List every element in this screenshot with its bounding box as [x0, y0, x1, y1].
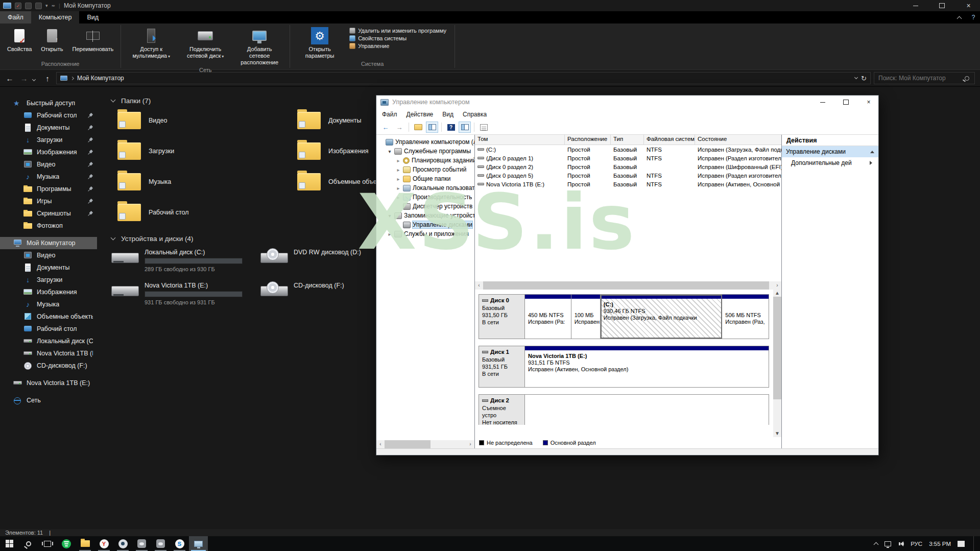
sidebar-item-drive-e[interactable]: Nova Victoria 1TB (E:) [0, 377, 97, 389]
quick-access-dropdown-icon[interactable]: ▾ [45, 3, 48, 8]
folder-tile-music[interactable]: Музыка [117, 172, 297, 192]
properties-button[interactable]: Свойства [3, 26, 36, 54]
volume-row[interactable]: Nova Victoria 1TB (E:) Простой Базовый N… [475, 180, 781, 188]
expand-arrow-icon[interactable]: ▸ [396, 185, 401, 191]
tab-view[interactable]: Вид [79, 11, 106, 23]
scroll-down-icon[interactable]: ▼ [773, 430, 781, 437]
rename-button[interactable]: Переименовать [68, 26, 118, 54]
folder-tile-desktop[interactable]: Рабочий стол [117, 202, 297, 223]
sidebar-item-programs[interactable]: Программы [0, 183, 97, 195]
show-desktop-button[interactable] [973, 536, 976, 551]
folder-tile-videos[interactable]: Видео [117, 110, 297, 131]
address-dropdown-icon[interactable] [854, 76, 858, 79]
action-center-icon[interactable] [958, 541, 965, 547]
drive-tile-e[interactable]: Nova Victoria 1TB (E:) 931 ГБ свободно и… [111, 281, 260, 305]
sidebar-item-videos[interactable]: Видео [0, 158, 97, 171]
task-view-button[interactable] [38, 536, 57, 551]
scrollbar-thumb[interactable] [385, 440, 431, 448]
sidebar-item-network[interactable]: Сеть [0, 394, 97, 406]
expand-arrow-icon[interactable]: ▸ [396, 158, 401, 163]
partition-e[interactable]: Nova Victoria 1TB (E:) 931,51 ГБ NTFS Ис… [525, 346, 769, 387]
expand-arrow-icon[interactable]: ▸ [396, 176, 401, 182]
scroll-left-icon[interactable]: ‹ [376, 440, 385, 448]
back-button[interactable]: ← [379, 122, 392, 133]
close-button[interactable]: × [859, 95, 878, 109]
sidebar-item-desktop[interactable]: Рабочий стол [0, 323, 97, 335]
taskbar-skype[interactable]: S [170, 536, 189, 551]
system-properties-button[interactable]: Свойства системы [349, 35, 446, 41]
up-folder-button[interactable] [412, 122, 424, 133]
start-button[interactable] [0, 536, 19, 551]
expand-arrow-icon[interactable]: ▸ [387, 231, 392, 237]
forward-button[interactable]: → [393, 122, 405, 133]
sidebar-item-quick-access[interactable]: Быстрый доступ [0, 97, 97, 109]
search-input[interactable] [874, 75, 965, 82]
maximize-button[interactable] [836, 95, 855, 109]
quick-access-icon[interactable] [25, 3, 32, 9]
taskbar-computer-management[interactable] [189, 536, 208, 551]
tree-item-shared-folders[interactable]: ▸Общие папки [376, 174, 474, 183]
taskbar-file-explorer[interactable] [76, 536, 94, 551]
menu-action[interactable]: Действие [402, 111, 438, 118]
menu-help[interactable]: Справка [458, 111, 491, 118]
sidebar-item-documents[interactable]: Документы [0, 261, 97, 274]
map-network-drive-button[interactable]: Подключить сетевой диск▾ [179, 26, 232, 61]
sidebar-item-pictures[interactable]: Изображения [0, 146, 97, 158]
help-icon[interactable]: ? [967, 11, 980, 23]
forward-button[interactable]: → [18, 74, 30, 83]
taskbar-yandex-browser[interactable]: Y [94, 536, 113, 551]
sidebar-item-cd-f[interactable]: CD-дисковод (F:) [0, 360, 97, 372]
disk-2-label[interactable]: Диск 2 Съемное устро Нет носителя [479, 395, 525, 425]
expand-arrow-icon[interactable]: ▸ [396, 167, 401, 173]
expand-arrow-icon[interactable]: ▸ [396, 195, 401, 200]
vertical-scrollbar[interactable]: ▲ ▼ [773, 290, 781, 437]
volume-icon[interactable] [898, 541, 904, 546]
horizontal-scrollbar[interactable]: ‹ › [376, 440, 474, 448]
sidebar-item-pictures[interactable]: Изображения [0, 286, 97, 298]
hidden-icons-chevron-icon[interactable] [874, 542, 879, 547]
partition-c-selected[interactable]: (C:) 930,46 ГБ NTFS Исправен (Загрузка, … [601, 295, 723, 339]
show-action-pane-button[interactable] [459, 122, 471, 133]
language-indicator[interactable]: РУС [911, 541, 922, 547]
sidebar-item-games[interactable]: Игры [0, 195, 97, 207]
add-network-location-button[interactable]: Добавить сетевое расположение [233, 26, 286, 67]
scrollbar-thumb[interactable] [483, 281, 769, 290]
quick-access-properties-icon[interactable] [15, 3, 21, 9]
taskbar-discord[interactable] [132, 536, 151, 551]
sidebar-item-screenshots[interactable]: Скриншоты [0, 207, 97, 220]
show-console-tree-button[interactable] [426, 122, 438, 133]
sidebar-item-downloads[interactable]: Загрузки [0, 134, 97, 146]
tree-item-local-users[interactable]: ▸Локальные пользовате [376, 183, 474, 193]
collapse-arrow-icon[interactable] [870, 149, 874, 153]
tab-computer[interactable]: Компьютер [31, 11, 80, 23]
column-header-layout[interactable]: Расположение [565, 135, 611, 145]
volume-row[interactable]: (Диск 0 раздел 1) Простой Базовый NTFS И… [475, 154, 781, 162]
scroll-right-icon[interactable]: › [466, 440, 474, 448]
tab-file[interactable]: Файл [0, 11, 31, 23]
folder-tile-downloads[interactable]: Загрузки [117, 141, 297, 161]
minimize-ribbon-icon[interactable] [951, 11, 967, 23]
taskbar-steam[interactable] [113, 536, 132, 551]
close-button[interactable]: × [957, 0, 980, 11]
refresh-icon[interactable]: ↻ [861, 75, 867, 82]
sidebar-item-music[interactable]: Музыка [0, 171, 97, 183]
search-icon[interactable] [965, 76, 969, 81]
scroll-left-icon[interactable]: ‹ [475, 281, 483, 290]
sidebar-item-local-disk-c[interactable]: Локальный диск (C:) [0, 335, 97, 347]
volume-row[interactable]: (C:) Простой Базовый NTFS Исправен (Загр… [475, 145, 781, 154]
uninstall-program-button[interactable]: Удалить или изменить программу [349, 28, 446, 34]
collapse-arrow-icon[interactable]: ▾ [387, 149, 392, 154]
menu-file[interactable]: Файл [377, 111, 402, 118]
search-box[interactable] [874, 72, 975, 84]
breadcrumb[interactable]: Мой Компутатор ↻ [56, 72, 871, 84]
sidebar-item-desktop[interactable]: Рабочий стол [0, 109, 97, 122]
open-settings-button[interactable]: ⚙ Открыть параметры [293, 26, 346, 60]
tree-item-task-scheduler[interactable]: ▸Планировщик заданий [376, 156, 474, 165]
tree-item-services[interactable]: ▸Службы и приложения [376, 229, 474, 238]
tree-item-storage[interactable]: ▾Запоминающие устройст [376, 211, 474, 220]
volume-row[interactable]: (Диск 0 раздел 5) Простой Базовый NTFS И… [475, 171, 781, 180]
sidebar-item-3d-objects[interactable]: Объемные объекты [0, 310, 97, 323]
sidebar-item-this-pc[interactable]: Мой Компутатор [0, 237, 97, 249]
expand-arrow-icon[interactable] [870, 161, 874, 165]
recent-locations-icon[interactable] [33, 74, 39, 83]
